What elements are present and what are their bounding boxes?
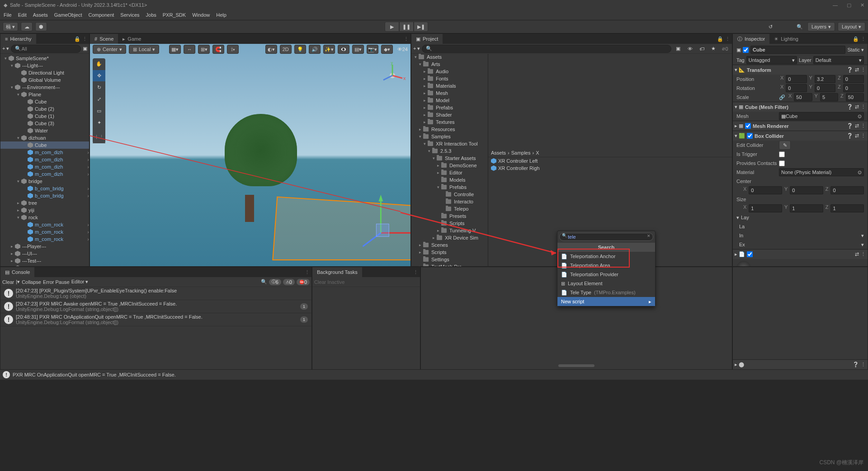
hierarchy-item[interactable]: m_com_rock› [0, 228, 89, 236]
hierarchy-item[interactable]: ▾SampleScene* [0, 55, 89, 62]
size-x[interactable]: 1 [749, 204, 782, 212]
tab-console[interactable]: ▤ Console [0, 267, 34, 277]
rot-z[interactable]: 0 [843, 84, 864, 92]
hierarchy-item[interactable]: m_com_rock› [0, 221, 89, 228]
rot-y[interactable]: 0 [815, 84, 835, 92]
error-pause-toggle[interactable]: Error Pause [43, 279, 70, 285]
snap-increment-icon[interactable]: ↔ [184, 45, 195, 54]
audio-toggle-icon[interactable]: 🔊 [309, 45, 321, 54]
hierarchy-item[interactable]: Cube (3) [0, 120, 89, 127]
search-folder-icon[interactable]: ▣ [673, 44, 683, 53]
hierarchy-item[interactable]: ▾dizhuan [0, 134, 89, 141]
project-folder[interactable]: ▸Shader [411, 111, 488, 118]
pivot-mode[interactable]: ⊕Center▾ [93, 45, 126, 54]
project-folder[interactable]: Models [411, 176, 488, 184]
hierarchy-item[interactable]: ▾---Environment--- [0, 84, 89, 91]
menu-gameobject[interactable]: GameObject [54, 12, 82, 18]
project-folder[interactable]: ▾Assets [411, 54, 488, 61]
project-folder[interactable]: ▸Scenes [411, 241, 488, 249]
search-global-icon[interactable]: 🔍 [795, 22, 805, 31]
project-folder[interactable]: ▸Editor [411, 169, 488, 176]
project-folder[interactable]: ▸Model [411, 97, 488, 104]
hierarchy-item[interactable]: ▸yiji [0, 207, 89, 214]
menu-assets[interactable]: Assets [33, 12, 48, 18]
search-label-icon[interactable]: 🏷 [697, 44, 707, 53]
editor-dropdown[interactable]: Editor ▾ [71, 279, 89, 285]
draw-mode-icon[interactable]: ◐▾ [265, 45, 277, 54]
hierarchy-item[interactable]: ▸---Test--- [0, 257, 89, 264]
project-folder[interactable]: ▸Materials [411, 82, 488, 89]
hierarchy-item[interactable]: m_com_dizh› [0, 149, 89, 156]
project-folder[interactable]: ▾Arts [411, 61, 488, 68]
panel-menu-icon[interactable]: ⋮ [861, 36, 866, 42]
material-header[interactable]: ▸ ⬤ ❔⋮ [733, 359, 868, 369]
project-folder[interactable]: Presets [411, 212, 488, 220]
menu-file[interactable]: File [4, 12, 12, 18]
grid-visibility-icon[interactable]: ⊞▾ [198, 45, 210, 54]
save-search-icon[interactable]: ★ [708, 44, 718, 53]
panel-lock-icon[interactable]: 🔒 [717, 36, 723, 42]
provides-contacts[interactable] [779, 160, 785, 166]
hierarchy-item[interactable]: ▾bridge [0, 178, 89, 185]
create-dropdown[interactable]: + ▾ [2, 46, 9, 52]
cloud-icon[interactable]: ☁ [21, 22, 33, 31]
result-layout-element[interactable]: ⊞ Layout Element [557, 279, 655, 288]
console-entry[interactable]: ![20:48:31] PXR MRC OnApplicationQuit op… [0, 313, 311, 326]
project-folder[interactable]: ▾Samples [411, 133, 488, 140]
edit-collider-button[interactable]: ✎ [779, 141, 791, 150]
script-header[interactable]: ▸ 📄 ⇄⋮ [733, 249, 868, 259]
tab-lighting[interactable]: ☀ Lighting [769, 34, 803, 44]
project-folder[interactable]: ▸XR Device Sim [411, 234, 488, 241]
boxcollider-header[interactable]: ▾ 🟩 Box Collider ❔⇄⋮ [733, 131, 868, 141]
layers-toggle-icon[interactable]: ▤▾ [352, 45, 364, 54]
panel-lock-icon[interactable]: 🔒 [853, 36, 859, 42]
rot-x[interactable]: 0 [786, 84, 807, 92]
camera-settings-icon[interactable]: 📷▾ [367, 45, 378, 54]
layer-dropdown[interactable]: Default▾ [813, 56, 864, 64]
hierarchy-item[interactable]: ▾Plane [0, 91, 89, 98]
hierarchy-tree[interactable]: ▾SampleScene*▾---Light---Directional Lig… [0, 54, 89, 266]
collapse-toggle[interactable]: Collapse [22, 279, 41, 285]
hierarchy-item[interactable]: m_com_dizh› [0, 163, 89, 170]
hierarchy-item[interactable]: ▸tree [0, 199, 89, 207]
hierarchy-item[interactable]: ▾---Light--- [0, 62, 89, 69]
project-folder[interactable]: ▸TextMesh Pro [411, 263, 488, 266]
menu-jobs[interactable]: Jobs [146, 12, 156, 18]
console-entry[interactable]: ![20:47:23] [PXR_Plugin/System]UPxr_Enab… [0, 287, 311, 300]
panel-menu-icon[interactable]: ⋮ [725, 36, 730, 42]
search-by-icon[interactable]: ▣ [83, 46, 87, 52]
hierarchy-item[interactable]: Global Volume [0, 76, 89, 84]
active-checkbox[interactable] [743, 47, 749, 53]
meshrenderer-header[interactable]: ▸ ▦ Mesh Renderer ❔⇄⋮ [733, 121, 868, 131]
tab-inspector[interactable]: ⓘ Inspector [733, 34, 769, 44]
hierarchy-item[interactable]: Cube [0, 98, 89, 105]
search-icon[interactable]: 🔍 [261, 279, 267, 285]
hidden-toggle-icon[interactable]: 👁‍🗨 [338, 45, 349, 54]
center-y[interactable]: 0 [790, 186, 823, 194]
project-folder[interactable]: ▸DemoScene [411, 162, 488, 169]
account-dropdown[interactable]: 楠 ▾ [3, 22, 18, 31]
project-folder[interactable]: ▸Prefabs [411, 104, 488, 111]
scale-link-icon[interactable]: 🔗 [779, 94, 785, 100]
mesh-field[interactable]: ▦ Cube⊙ [779, 112, 864, 120]
play-button[interactable]: ▶ [385, 22, 399, 32]
panel-menu-icon[interactable]: ⋮ [413, 269, 418, 275]
hierarchy-search[interactable]: 🔍 All [11, 45, 81, 53]
maximize-button[interactable]: ▢ [847, 2, 851, 8]
lighting-toggle-icon[interactable]: 💡 [294, 45, 306, 54]
project-folder[interactable]: ▸Textures [411, 118, 488, 126]
tab-hierarchy[interactable]: ≡ Hierarchy [0, 34, 36, 44]
menu-help[interactable]: Help [216, 12, 226, 18]
pos-y[interactable]: 3.2 [815, 75, 835, 83]
menu-window[interactable]: Window [192, 12, 210, 18]
tab-bgtasks[interactable]: Background Tasks [312, 267, 362, 277]
hierarchy-item[interactable]: Water [0, 127, 89, 134]
thumbnail-size-slider[interactable] [558, 364, 594, 367]
hierarchy-item[interactable]: Cube (2) [0, 105, 89, 113]
hierarchy-item[interactable]: ▸XR Interaction Mana [0, 264, 89, 266]
object-name[interactable]: Cube [750, 46, 845, 54]
tab-project[interactable]: ▣ Project [411, 34, 443, 44]
project-folder[interactable]: ▸Scripts [411, 249, 488, 256]
project-folder[interactable]: Scripts [411, 220, 488, 227]
pos-x[interactable]: 0 [786, 75, 807, 83]
